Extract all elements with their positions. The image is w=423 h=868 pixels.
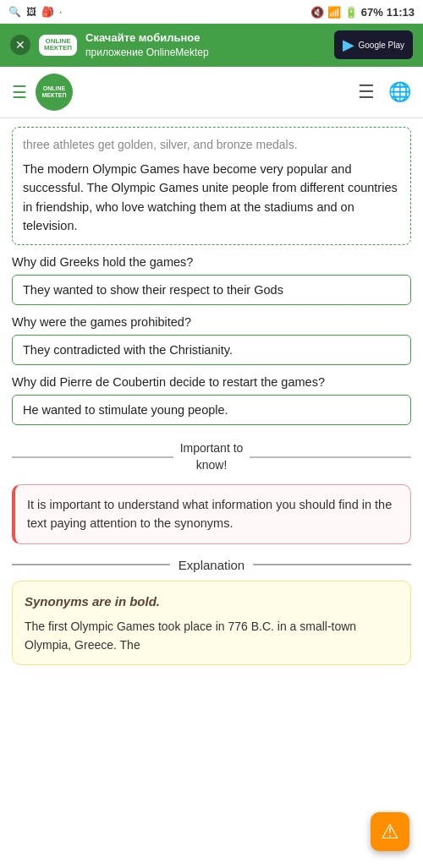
explanation-bold-intro: Synonyms are in bold. [25, 592, 398, 611]
question-2-label: Why were the games prohibited? [12, 314, 411, 330]
globe-icon[interactable]: 🌐 [388, 81, 411, 103]
image-icon: 🖼 [26, 6, 36, 18]
bag-icon: 🎒 [41, 6, 54, 18]
wifi-icon: 📶 [327, 6, 341, 19]
main-content: three athletes get golden, silver, and b… [0, 127, 423, 665]
play-icon: ▶ [343, 35, 354, 54]
promo-banner: ✕ ONLINE МЕКТЕП Скачайте мобильное прило… [0, 24, 423, 67]
passage-line2: The modern Olympic Games have become ver… [23, 160, 400, 236]
answer-1-box: They wanted to show their respect to the… [12, 275, 411, 305]
banner-close-button[interactable]: ✕ [10, 35, 30, 55]
close-icon: ✕ [15, 38, 25, 52]
navbar: ☰ ONLINE МЕКТЕП ☰ 🌐 [0, 67, 423, 118]
google-play-button[interactable]: ▶ Google Play [334, 30, 413, 59]
question-3-label: Why did Pierre de Coubertin decide to re… [12, 374, 411, 390]
banner-subtitle: приложение OnlineMektep [85, 46, 209, 60]
navbar-left: ☰ ONLINE МЕКТЕП [12, 74, 73, 111]
divider-line-right [250, 456, 411, 458]
navbar-right: ☰ 🌐 [358, 81, 411, 103]
battery-level: 67% [361, 6, 383, 19]
expl-line-left [12, 564, 170, 565]
expl-line-right [253, 564, 411, 565]
important-body: It is important to understand what infor… [27, 498, 392, 530]
battery-icon: 🔋 [344, 6, 358, 19]
banner-text: Скачайте мобильное приложение OnlineMekt… [85, 30, 209, 60]
status-bar: 🔍 🖼 🎒 · 🔇 📶 🔋 67% 11:13 [0, 0, 423, 24]
status-right: 🔇 📶 🔋 67% 11:13 [310, 6, 415, 19]
explanation-body: The first Olympic Games took place in 77… [25, 620, 356, 652]
status-left: 🔍 🖼 🎒 · [8, 6, 62, 18]
explanation-divider: Explanation [12, 558, 411, 572]
important-label: Important to know! [180, 440, 244, 473]
important-divider: Important to know! [12, 440, 411, 473]
qa-section: Why did Greeks hold the games? They want… [12, 254, 411, 426]
list-icon[interactable]: ☰ [358, 81, 375, 103]
answer-3-box: He wanted to stimulate young people. [12, 395, 411, 425]
passage-box: three athletes get golden, silver, and b… [12, 127, 411, 245]
banner-left: ✕ ONLINE МЕКТЕП Скачайте мобильное прило… [10, 30, 209, 60]
important-box: It is important to understand what infor… [12, 484, 411, 544]
google-play-label: Google Play [359, 41, 404, 50]
question-1-label: Why did Greeks hold the games? [12, 254, 411, 270]
nav-logo[interactable]: ONLINE МЕКТЕП [36, 74, 73, 111]
search-icon: 🔍 [8, 6, 21, 18]
hamburger-icon[interactable]: ☰ [12, 82, 27, 102]
divider-line-left [12, 456, 173, 458]
banner-title: Скачайте мобильное [85, 30, 209, 46]
explanation-box: Synonyms are in bold. The first Olympic … [12, 581, 411, 666]
explanation-label: Explanation [179, 558, 244, 572]
mute-icon: 🔇 [310, 6, 324, 19]
answer-2-box: They contradicted with the Christianity. [12, 335, 411, 365]
banner-logo: ONLINE МЕКТЕП [39, 35, 77, 57]
passage-line1: three athletes get golden, silver, and b… [23, 136, 400, 155]
clock: 11:13 [387, 6, 415, 19]
